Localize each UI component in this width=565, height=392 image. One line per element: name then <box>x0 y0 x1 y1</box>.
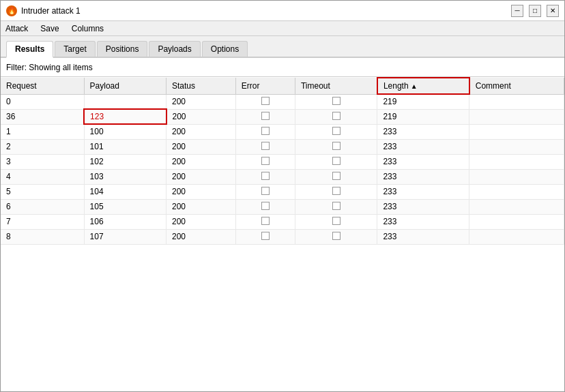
cell-length: 233 <box>377 154 469 169</box>
cell-comment <box>469 214 564 229</box>
cell-status: 200 <box>166 139 236 154</box>
table-scroll-area[interactable]: Request Payload Status Error Timeout Len… <box>1 77 564 391</box>
app-icon: 🔥 <box>6 5 17 16</box>
table-row[interactable]: 2101200233 <box>1 139 564 154</box>
minimize-button[interactable]: ─ <box>511 5 523 17</box>
cell-status: 200 <box>166 124 236 139</box>
cell-error <box>235 229 295 244</box>
maximize-button[interactable]: □ <box>529 5 541 17</box>
table-header-row: Request Payload Status Error Timeout Len… <box>1 78 564 94</box>
table-row[interactable]: 5104200233 <box>1 184 564 199</box>
cell-comment <box>469 229 564 244</box>
col-comment[interactable]: Comment <box>469 78 564 94</box>
cell-payload <box>84 94 166 109</box>
col-status[interactable]: Status <box>166 78 236 94</box>
cell-payload: 103 <box>84 169 166 184</box>
results-table-container: Request Payload Status Error Timeout Len… <box>1 77 564 391</box>
title-bar-left: 🔥 Intruder attack 1 <box>6 5 81 16</box>
menu-attack[interactable]: Attack <box>3 23 30 34</box>
cell-payload: 102 <box>84 154 166 169</box>
cell-timeout <box>295 109 377 124</box>
cell-timeout <box>295 154 377 169</box>
cell-comment <box>469 94 564 109</box>
filter-label: Filter: Showing all items <box>6 63 93 72</box>
cell-comment <box>469 139 564 154</box>
cell-timeout <box>295 199 377 214</box>
cell-request: 4 <box>1 169 84 184</box>
cell-error <box>235 214 295 229</box>
cell-payload: 104 <box>84 184 166 199</box>
cell-payload: 100 <box>84 124 166 139</box>
menu-columns[interactable]: Columns <box>70 23 106 34</box>
cell-timeout <box>295 184 377 199</box>
cell-status: 200 <box>166 94 236 109</box>
cell-length: 233 <box>377 184 469 199</box>
cell-request: 2 <box>1 139 84 154</box>
col-payload[interactable]: Payload <box>84 78 166 94</box>
table-row[interactable]: 8107200233 <box>1 229 564 244</box>
tab-results[interactable]: Results <box>6 41 53 58</box>
table-row[interactable]: 6105200233 <box>1 199 564 214</box>
filter-bar: Filter: Showing all items <box>1 58 564 77</box>
cell-comment <box>469 109 564 124</box>
cell-status: 200 <box>166 169 236 184</box>
cell-error <box>235 199 295 214</box>
table-row[interactable]: 0200219 <box>1 94 564 109</box>
table-row[interactable]: 36123200219 <box>1 109 564 124</box>
tab-options[interactable]: Options <box>202 41 248 57</box>
cell-error <box>235 124 295 139</box>
cell-length: 233 <box>377 199 469 214</box>
cell-status: 200 <box>166 199 236 214</box>
cell-length: 219 <box>377 109 469 124</box>
cell-payload: 123 <box>84 109 166 124</box>
tab-target[interactable]: Target <box>55 41 95 57</box>
cell-length: 219 <box>377 94 469 109</box>
cell-request: 1 <box>1 124 84 139</box>
cell-timeout <box>295 94 377 109</box>
col-error[interactable]: Error <box>235 78 295 94</box>
table-row[interactable]: 4103200233 <box>1 169 564 184</box>
table-row[interactable]: 1100200233 <box>1 124 564 139</box>
results-table: Request Payload Status Error Timeout Len… <box>1 77 564 245</box>
cell-error <box>235 94 295 109</box>
cell-payload: 107 <box>84 229 166 244</box>
cell-request: 6 <box>1 199 84 214</box>
tab-payloads[interactable]: Payloads <box>149 41 200 57</box>
cell-error <box>235 169 295 184</box>
cell-status: 200 <box>166 229 236 244</box>
menu-save[interactable]: Save <box>38 23 61 34</box>
col-length[interactable]: Length▲ <box>377 78 469 94</box>
col-request[interactable]: Request <box>1 78 84 94</box>
cell-request: 5 <box>1 184 84 199</box>
table-row[interactable]: 3102200233 <box>1 154 564 169</box>
cell-comment <box>469 154 564 169</box>
cell-request: 3 <box>1 154 84 169</box>
cell-request: 8 <box>1 229 84 244</box>
cell-error <box>235 109 295 124</box>
cell-comment <box>469 124 564 139</box>
cell-status: 200 <box>166 184 236 199</box>
cell-error <box>235 184 295 199</box>
cell-request: 7 <box>1 214 84 229</box>
tabs-bar: Results Target Positions Payloads Option… <box>1 36 564 58</box>
cell-payload: 101 <box>84 139 166 154</box>
col-timeout[interactable]: Timeout <box>295 78 377 94</box>
title-bar: 🔥 Intruder attack 1 ─ □ ✕ <box>1 1 564 21</box>
cell-timeout <box>295 169 377 184</box>
table-row[interactable]: 7106200233 <box>1 214 564 229</box>
cell-status: 200 <box>166 214 236 229</box>
cell-length: 233 <box>377 214 469 229</box>
cell-request: 36 <box>1 109 84 124</box>
main-window: 🔥 Intruder attack 1 ─ □ ✕ Attack Save Co… <box>0 0 565 392</box>
cell-status: 200 <box>166 154 236 169</box>
menu-bar: Attack Save Columns <box>1 21 564 36</box>
cell-length: 233 <box>377 139 469 154</box>
close-button[interactable]: ✕ <box>547 5 559 17</box>
tab-positions[interactable]: Positions <box>97 41 148 57</box>
cell-comment <box>469 169 564 184</box>
cell-error <box>235 154 295 169</box>
window-controls: ─ □ ✕ <box>511 5 559 17</box>
window-title: Intruder attack 1 <box>21 6 81 16</box>
cell-payload: 105 <box>84 199 166 214</box>
cell-timeout <box>295 214 377 229</box>
